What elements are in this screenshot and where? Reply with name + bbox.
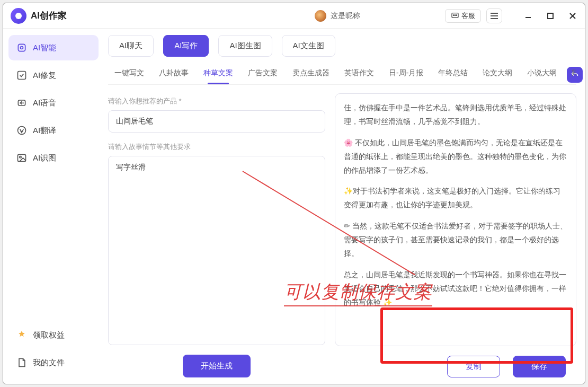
detail-textarea[interactable]	[108, 156, 325, 345]
subtab-item[interactable]: 小说大纲	[521, 64, 563, 84]
subtab-item[interactable]: 卖点生成器	[286, 64, 336, 84]
sidebar-item-label: AI修复	[33, 71, 56, 81]
result-actions: 复制 保存	[335, 356, 576, 377]
voice-icon	[16, 97, 28, 109]
tab-img2img[interactable]: AI图生图	[218, 35, 272, 57]
sidebar-item-label: 领取权益	[33, 330, 65, 340]
tab-txt2img[interactable]: AI文生图	[282, 35, 335, 57]
minimize-button[interactable]	[523, 11, 533, 21]
maximize-button[interactable]	[546, 11, 555, 21]
svg-point-1	[453, 15, 454, 15]
tab-write[interactable]: AI写作	[163, 35, 209, 57]
main: AI聊天 AI写作 AI图生图 AI文生图 一键写文 八卦故事 种草文案 广告文…	[104, 29, 585, 384]
svg-rect-13	[18, 72, 26, 80]
chat-icon	[451, 12, 459, 20]
nickname: 这是昵称	[331, 11, 360, 21]
tab-chat[interactable]: AI聊天	[108, 35, 154, 57]
sidebar-item-label: AI智能	[33, 43, 56, 53]
avatar[interactable]	[315, 10, 326, 22]
close-button[interactable]	[568, 11, 577, 21]
svg-point-12	[21, 47, 23, 49]
svg-point-3	[456, 15, 457, 15]
copy-button[interactable]: 复制	[447, 356, 500, 377]
svg-rect-19	[18, 154, 26, 161]
hamburger-icon	[490, 12, 498, 20]
save-button[interactable]: 保存	[513, 356, 566, 377]
sidebar-item-ai-voice[interactable]: AI语音	[8, 90, 99, 116]
subtabs: 一键写文 八卦故事 种草文案 广告文案 卖点生成器 英语作文 日-周-月报 年终…	[108, 64, 576, 85]
titlebar: AI创作家 这是昵称 客服	[3, 3, 585, 29]
main-tabs: AI聊天 AI写作 AI图生图 AI文生图	[108, 35, 576, 57]
content: 请输入你想推荐的产品 * 请输入故事情节等其他要求 开始生成 佳，仿佛握在手中是…	[108, 93, 576, 377]
result-paragraph: ✏ 当然，这款毛笔不仅适合书法爱好者，对于需要签字的职场人士、需要写字的孩子们，…	[344, 219, 567, 261]
sidebar-item-ai-vision[interactable]: AI识图	[8, 145, 99, 171]
result-paragraph: 🌸 不仅如此，山间居毛笔的墨色饱满而均匀，无论是在宣纸还是在普通的纸张上，都能呈…	[344, 136, 567, 178]
svg-rect-11	[18, 44, 25, 51]
sidebar-item-ai-translate[interactable]: AI翻译	[8, 118, 99, 143]
subtab-item[interactable]: 八卦故事	[153, 64, 195, 84]
result-column: 佳，仿佛握在手中是一件艺术品。笔锋则选用优质羊毛，经过特殊处理，书写时丝滑流畅，…	[335, 93, 576, 377]
sidebar-item-my-files[interactable]: 我的文件	[8, 350, 99, 375]
support-label: 客服	[461, 11, 475, 21]
svg-point-2	[455, 15, 455, 15]
form-column: 请输入你想推荐的产品 * 请输入故事情节等其他要求 开始生成	[108, 93, 325, 377]
repair-icon	[16, 69, 28, 81]
svg-point-20	[20, 156, 21, 158]
subtab-item[interactable]: 论文大纲	[476, 64, 519, 84]
app-window: AI创作家 这是昵称 客服 AI智能 AI修复	[3, 3, 585, 384]
result-paragraph: 佳，仿佛握在手中是一件艺术品。笔锋则选用优质羊毛，经过特殊处理，书写时丝滑流畅，…	[344, 101, 567, 129]
sidebar-item-label: AI识图	[33, 153, 56, 163]
sidebar: AI智能 AI修复 AI语音 AI翻译 AI识图 领取权益	[3, 29, 104, 384]
sidebar-item-label: AI翻译	[33, 126, 56, 136]
subtab-item[interactable]: 英语作文	[338, 64, 380, 84]
image-icon	[16, 152, 28, 164]
svg-rect-8	[548, 13, 553, 19]
subtab-item[interactable]: 年终总结	[432, 64, 474, 84]
sidebar-item-ai-repair[interactable]: AI修复	[8, 63, 99, 88]
sidebar-item-rewards[interactable]: 领取权益	[8, 322, 99, 348]
body: AI智能 AI修复 AI语音 AI翻译 AI识图 领取权益	[3, 29, 585, 384]
app-logo-icon	[11, 8, 26, 24]
subtab-item-active[interactable]: 种草文案	[197, 64, 239, 84]
sidebar-item-ai-smart[interactable]: AI智能	[8, 35, 99, 60]
result-paragraph: ✨对于书法初学者来说，这支笔是极好的入门选择。它让你的练习变得更加有趣，也让你的…	[344, 184, 567, 212]
menu-button[interactable]	[486, 8, 502, 23]
window-controls	[523, 11, 577, 21]
app-title: AI创作家	[31, 10, 67, 22]
result-box[interactable]: 佳，仿佛握在手中是一件艺术品。笔锋则选用优质羊毛，经过特殊处理，书写时丝滑流畅，…	[335, 93, 576, 346]
gift-icon	[16, 329, 28, 341]
detail-label: 请输入故事情节等其他要求	[108, 142, 325, 152]
product-label: 请输入你想推荐的产品 *	[108, 96, 325, 106]
file-icon	[16, 357, 28, 368]
subtab-item[interactable]: 一键写文	[108, 64, 150, 84]
sidebar-item-label: AI语音	[33, 98, 56, 108]
result-paragraph: 总之，山间居毛笔是我近期发现的一个书写神器。如果你也在寻找一支适合自己的毛笔，那…	[344, 268, 567, 310]
support-button[interactable]: 客服	[445, 9, 481, 23]
generate-button[interactable]: 开始生成	[183, 355, 251, 377]
translate-icon	[16, 125, 28, 136]
sidebar-item-label: 我的文件	[33, 358, 65, 368]
subtab-item[interactable]: 辩论稿	[565, 64, 576, 84]
sparkle-icon	[16, 42, 28, 54]
product-input[interactable]	[108, 110, 325, 133]
subtab-item[interactable]: 日-周-月报	[382, 64, 430, 84]
subtab-item[interactable]: 广告文案	[242, 64, 284, 84]
